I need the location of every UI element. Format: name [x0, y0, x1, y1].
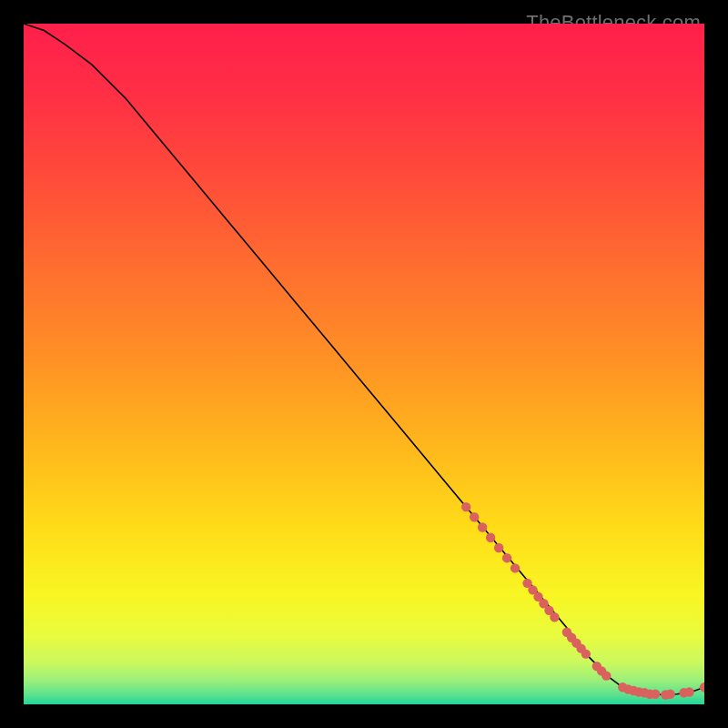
data-point — [684, 687, 693, 696]
data-point — [550, 612, 559, 622]
data-point — [511, 563, 520, 572]
data-point — [665, 690, 674, 699]
data-point — [470, 512, 479, 521]
data-point — [478, 522, 487, 531]
data-point — [651, 690, 660, 699]
bottleneck-chart — [24, 24, 704, 704]
data-point — [494, 543, 503, 552]
gradient-background — [24, 24, 704, 704]
data-point — [581, 649, 591, 658]
data-point — [502, 553, 511, 562]
data-point — [486, 533, 495, 542]
data-point — [602, 671, 611, 680]
chart-plot-area — [24, 24, 704, 704]
chart-frame: TheBottleneck.com — [13, 13, 715, 715]
data-point — [461, 502, 470, 511]
